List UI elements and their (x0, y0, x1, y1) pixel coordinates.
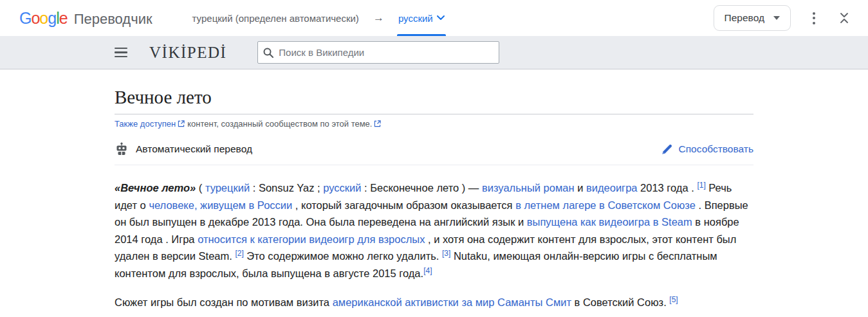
reference: [4] (423, 266, 432, 275)
also-available-line: Также доступен контент, созданный сообще… (115, 119, 753, 129)
external-link-icon (178, 120, 185, 127)
search-box[interactable] (257, 41, 499, 64)
reference: [3] (442, 249, 450, 258)
text-link[interactable]: в летнем лагере в Советском Союзе (515, 199, 696, 211)
arrow-right-icon: → (373, 12, 384, 24)
page-title: Вечное лето (115, 87, 753, 108)
reference: [1] (697, 181, 705, 190)
translation-mode-label: Перевод (725, 12, 764, 24)
google-translate-toolbar: Google Переводчик турецкий (определен ав… (0, 0, 868, 36)
search-icon (263, 48, 273, 58)
text-link[interactable]: выпущена как видеоигра в Steam (527, 216, 692, 228)
selected-language-underline (397, 34, 446, 36)
title-divider (115, 114, 753, 114)
text-span: Это содержимое можно легко удалить. (244, 250, 442, 262)
reference: [2] (235, 249, 243, 258)
reference-link[interactable]: [4] (423, 266, 432, 275)
text-link[interactable]: русский (323, 182, 361, 194)
text-span: : Бесконечное лето ) — (361, 182, 482, 194)
language-bar: турецкий (определен автоматически) → рус… (192, 0, 445, 36)
text-link[interactable]: относится к категории видеоигр для взрос… (198, 233, 425, 245)
robot-icon (115, 142, 129, 156)
google-logo-letter: G (19, 9, 31, 27)
menu-icon[interactable] (115, 48, 127, 57)
text-span: и (575, 182, 586, 194)
reference: [5] (669, 295, 678, 304)
chevron-down-icon (437, 15, 445, 21)
also-available-text: контент, созданный сообществом по этой т… (187, 119, 372, 129)
google-logo: Google (19, 9, 68, 28)
pencil-icon (661, 143, 673, 156)
text-span: в Советский Союз. (571, 296, 669, 308)
translation-mode-button[interactable]: Перевод (714, 5, 791, 31)
article-container: Вечное лето Также доступен контент, созд… (115, 87, 753, 311)
google-translate-logo: Google Переводчик (19, 9, 152, 28)
meta-divider (115, 165, 753, 165)
google-logo-letter: g (48, 9, 56, 27)
machine-translation-indicator: Автоматический перевод (115, 142, 252, 156)
also-available-link[interactable]: Также доступен (115, 119, 176, 129)
target-language-selector[interactable]: русский (398, 0, 445, 36)
search-input[interactable] (279, 47, 494, 58)
paragraph: «Вечное лето» ( турецкий : Sonsuz Yaz ; … (115, 179, 753, 282)
caret-down-icon (773, 16, 780, 20)
wikipedia-header: VİKİPEDİ (0, 36, 868, 69)
text-link[interactable]: визуальный роман (482, 182, 575, 194)
contribute-link[interactable]: Способствовать (661, 143, 754, 156)
text-link[interactable]: Саманты Смит (497, 296, 571, 308)
text-span: : Sonsuz Yaz ; (250, 182, 323, 194)
collapse-toolbar-icon[interactable] (837, 10, 851, 26)
contribute-label: Способствовать (679, 143, 754, 155)
google-logo-letter: o (31, 9, 39, 27)
reference-link[interactable]: [3] (442, 249, 450, 258)
more-options-icon[interactable] (809, 8, 819, 28)
external-link-icon[interactable] (374, 120, 381, 127)
text-link[interactable]: турецкий (205, 182, 250, 194)
text-link[interactable]: американской активистки за мир (333, 296, 495, 308)
text-link[interactable]: человеке, живущем в России (149, 199, 292, 211)
text-span: , который загадочным образом оказывается (292, 199, 515, 211)
wikipedia-logo[interactable]: VİKİPEDİ (149, 44, 226, 62)
reference-link[interactable]: [1] (697, 181, 705, 190)
toolbar-actions: Перевод (714, 5, 851, 31)
article-lead-term: «Вечное лето» (115, 182, 196, 194)
article-body: «Вечное лето» ( турецкий : Sonsuz Yaz ; … (115, 179, 753, 311)
product-name: Переводчик (74, 11, 152, 28)
reference-link[interactable]: [5] (669, 295, 678, 304)
paragraph: Сюжет игры был создан по мотивам визита … (115, 294, 753, 311)
reference-link[interactable]: [2] (235, 249, 243, 258)
translation-meta-row: Автоматический перевод Способствовать (115, 142, 753, 165)
text-link[interactable]: видеоигра (586, 182, 638, 194)
text-span: 2013 года . (638, 182, 697, 194)
machine-translation-label: Автоматический перевод (136, 143, 252, 155)
text-span: Сюжет игры был создан по мотивам визита (115, 296, 333, 308)
google-logo-letter: e (59, 9, 68, 27)
source-language-label[interactable]: турецкий (определен автоматически) (192, 13, 359, 24)
google-logo-letter: o (39, 9, 48, 27)
target-language-label: русский (398, 13, 433, 24)
text-span: ( (196, 182, 205, 194)
